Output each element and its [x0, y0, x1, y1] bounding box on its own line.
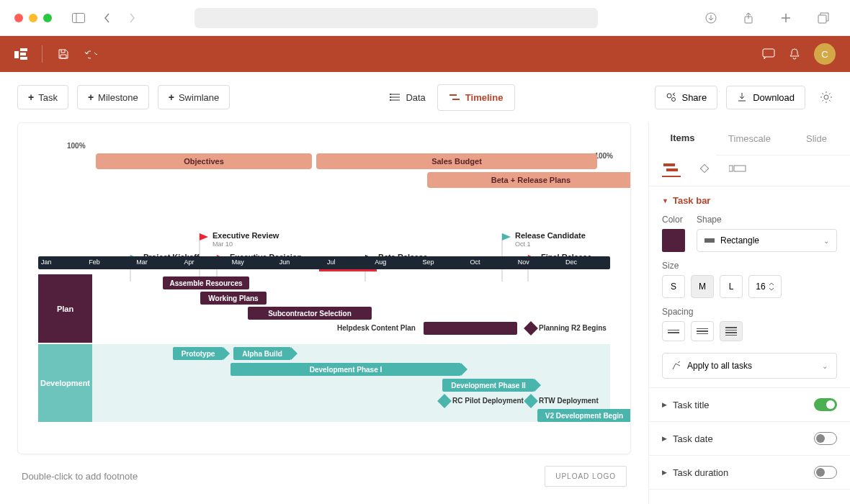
taskbar-type-tab[interactable]: [662, 164, 681, 177]
app-logo-icon[interactable]: [14, 48, 27, 60]
share-button[interactable]: Share: [655, 86, 717, 109]
add-task-button[interactable]: +Task: [17, 85, 68, 109]
new-tab-icon[interactable]: [779, 12, 792, 24]
sidebar-tab-timescale[interactable]: Timescale: [716, 122, 783, 155]
toggle-switch[interactable]: [814, 466, 837, 479]
month-tick: Oct: [468, 256, 515, 269]
task-bar[interactable]: V2 Development Begin: [537, 409, 631, 422]
month-tick: Feb: [86, 256, 133, 269]
toolbar: +Task +Milestone +Swimlane Data Timeline…: [0, 72, 850, 122]
toggle-switch[interactable]: [814, 398, 837, 411]
add-swimlane-button[interactable]: +Swimlane: [158, 85, 231, 109]
toggle-row-task-title: ▶Task title: [649, 388, 850, 422]
settings-icon[interactable]: [820, 91, 833, 104]
task-label: RTW Deployment: [539, 397, 599, 405]
sidebar-tab-slide[interactable]: Slide: [783, 122, 850, 155]
download-icon[interactable]: [704, 12, 717, 24]
close-window[interactable]: [14, 14, 23, 22]
svg-rect-30: [729, 166, 733, 171]
milestone-diamond[interactable]: [524, 394, 538, 408]
svg-rect-32: [704, 238, 715, 243]
svg-rect-0: [73, 13, 85, 22]
summary-bar[interactable]: Beta + Release Plans: [427, 172, 631, 188]
svg-rect-4: [818, 15, 826, 23]
upload-logo-button[interactable]: UPLOAD LOGO: [545, 466, 627, 487]
month-tick: Sep: [419, 256, 467, 269]
toggle-label: Task duration: [673, 467, 728, 478]
task-bar[interactable]: Prototype: [173, 347, 223, 360]
taskbar-section: ▼Task bar Color Shape Rectangle⌄ Size SM…: [649, 186, 850, 388]
spacing-tight[interactable]: [662, 321, 685, 341]
swimlane-development[interactable]: Development PrototypeAlpha BuildDevelopm…: [38, 344, 610, 422]
svg-point-19: [672, 98, 676, 102]
task-bar[interactable]: Development Phase I: [231, 363, 461, 376]
user-avatar[interactable]: C: [814, 43, 836, 65]
milestone-type-tab[interactable]: [695, 164, 714, 177]
data-view-tab[interactable]: Data: [378, 84, 437, 111]
bell-icon[interactable]: [788, 48, 801, 60]
size-M[interactable]: M: [691, 275, 714, 298]
svg-rect-27: [663, 163, 675, 166]
task-bar[interactable]: Working Plans: [200, 292, 267, 305]
back-icon[interactable]: [101, 12, 114, 24]
month-axis: JanFebMarAprMayJunJulAugSepOctNovDec: [38, 256, 610, 269]
properties-sidebar: ItemsTimescaleSlide ▼Task bar Color Shap…: [648, 122, 850, 504]
summary-bar[interactable]: Sales Budget: [316, 153, 597, 169]
svg-point-15: [390, 99, 391, 101]
milestone-diamond[interactable]: [437, 394, 452, 408]
svg-rect-5: [14, 51, 19, 58]
svg-rect-29: [700, 164, 708, 172]
spacing-loose[interactable]: [720, 321, 743, 341]
save-icon[interactable]: [57, 48, 70, 60]
month-tick: Mar: [133, 256, 181, 269]
add-milestone-button[interactable]: +Milestone: [77, 85, 149, 109]
shape-select[interactable]: Rectangle⌄: [697, 229, 837, 252]
task-label: Helpdesk Content Plan: [337, 324, 416, 332]
swimlane-type-tab[interactable]: [728, 164, 747, 177]
month-tick: Dec: [563, 256, 610, 269]
color-swatch[interactable]: [662, 229, 685, 252]
task-label: Planning R2 Begins: [539, 324, 607, 332]
milestone-diamond[interactable]: [524, 321, 538, 336]
minimize-window[interactable]: [29, 14, 37, 22]
apply-all-button[interactable]: Apply to all tasks⌄: [662, 353, 837, 379]
tabs-icon[interactable]: [817, 12, 830, 24]
timeline-view-tab[interactable]: Timeline: [437, 84, 516, 111]
task-bar[interactable]: Development Phase II: [442, 379, 534, 392]
swimlane-plan[interactable]: Plan Assemble ResourcesWorking PlansSubc…: [38, 274, 610, 343]
toggle-switch[interactable]: [814, 432, 837, 445]
size-label: Size: [662, 261, 837, 271]
share-icon[interactable]: [742, 12, 755, 24]
month-tick: Nov: [515, 256, 563, 269]
color-label: Color: [662, 215, 685, 225]
task-bar[interactable]: Alpha Build: [233, 347, 291, 360]
timeline-canvas[interactable]: 100% 100% ObjectivesSales BudgetBeta + R…: [17, 122, 631, 454]
progress-left: 100%: [67, 142, 86, 150]
size-input[interactable]: 16: [748, 275, 782, 298]
progress-right: 100%: [594, 152, 613, 160]
comment-icon[interactable]: [762, 48, 775, 60]
toggle-label: Task title: [673, 400, 710, 410]
toggle-label: Task date: [673, 433, 713, 444]
task-bar[interactable]: Assemble Resources: [163, 276, 249, 289]
taskbar-section-header[interactable]: ▼Task bar: [662, 195, 837, 206]
download-button[interactable]: Download: [726, 86, 805, 109]
sidebar-tab-items[interactable]: Items: [649, 122, 716, 155]
spacing-label: Spacing: [662, 307, 837, 317]
maximize-window[interactable]: [43, 14, 52, 22]
svg-rect-31: [734, 166, 746, 171]
size-S[interactable]: S: [662, 275, 685, 298]
swimlane-dev-label: Development: [38, 344, 92, 422]
task-bar[interactable]: [424, 322, 517, 335]
url-bar[interactable]: [194, 8, 598, 28]
toggle-row-task-duration: ▶Task duration: [649, 456, 850, 490]
undo-icon[interactable]: [84, 48, 97, 60]
summary-bar[interactable]: Objectives: [96, 153, 312, 169]
spacing-medium[interactable]: [691, 321, 714, 341]
month-tick: Jun: [277, 256, 324, 269]
footnote-placeholder[interactable]: Double-click to add footnote: [22, 471, 138, 482]
forward-icon[interactable]: [125, 12, 138, 24]
task-bar[interactable]: Subcontractor Selection: [248, 307, 372, 320]
size-L[interactable]: L: [720, 275, 743, 298]
sidebar-toggle-icon[interactable]: [72, 12, 85, 24]
